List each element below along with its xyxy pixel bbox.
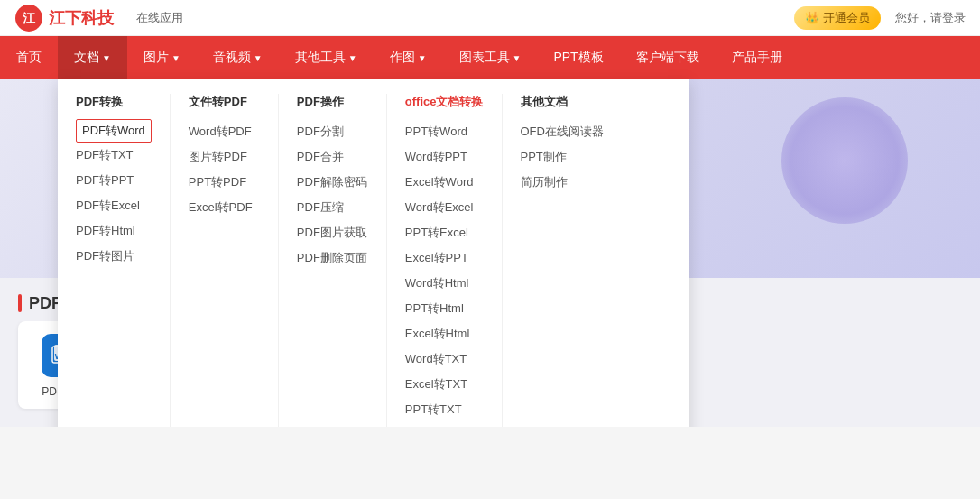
online-apps-label: 在线应用 [136,10,183,26]
dropdown-item-pdf-excel[interactable]: PDF转Excel [76,193,152,218]
dropdown-col1-title: PDF转换 [76,94,152,110]
dropdown-item-word-html[interactable]: Word转Html [405,271,484,296]
dropdown-col4-title: office文档转换 [405,94,484,110]
dropdown-item-word-ppt[interactable]: Word转PPT [405,144,484,170]
nav-bar: 首页 文档 ▼ PDF转换 PDF转Word PDF转TXT PDF转PPT P… [0,36,980,79]
dropdown-col-pdf-convert: PDF转换 PDF转Word PDF转TXT PDF转PPT PDF转Excel… [58,94,171,427]
nav-item-manual[interactable]: 产品手册 [716,36,799,79]
nav-item-media[interactable]: 音视频 ▼ [197,36,279,79]
dropdown-item-ppt-html[interactable]: PPT转Html [405,296,484,321]
nav-item-draw[interactable]: 作图 ▼ [374,36,443,79]
dropdown-col5-title: 其他文档 [521,94,604,110]
dropdown-item-img-pdf[interactable]: 图片转PDF [189,144,260,170]
nav-item-documents[interactable]: 文档 ▼ PDF转换 PDF转Word PDF转TXT PDF转PPT PDF转… [58,36,127,79]
dropdown-item-pdf-html[interactable]: PDF转Html [76,218,152,244]
dropdown-item-excel-pdf[interactable]: Excel转PDF [189,195,260,220]
nav-download-label: 客户端下载 [636,50,699,66]
dropdown-item-pdf-word[interactable]: PDF转Word [76,119,152,143]
dropdown-item-ppt-pdf[interactable]: PPT转PDF [189,170,260,195]
logo[interactable]: 江 江下科技 [14,4,114,32]
dropdown-item-word-pdf[interactable]: Word转PDF [189,119,260,144]
dropdown-col-file-to-pdf: 文件转PDF Word转PDF 图片转PDF PPT转PDF Excel转PDF [171,94,279,427]
hero-decoration [781,97,908,224]
nav-draw-arrow: ▼ [418,53,427,63]
nav-draw-label: 作图 [390,50,415,66]
dropdown-item-pdf-unlock[interactable]: PDF解除密码 [297,170,368,195]
dropdown-item-pdf-split[interactable]: PDF分割 [297,119,368,144]
dropdown-item-word-img[interactable]: Word转图片 [405,422,484,427]
nav-images-arrow: ▼ [171,53,180,63]
nav-other-arrow: ▼ [348,53,357,63]
dropdown-item-pdf-txt[interactable]: PDF转TXT [76,143,152,168]
dropdown-col3-title: PDF操作 [297,94,368,110]
nav-home-label: 首页 [16,50,42,66]
dropdown-item-word-txt[interactable]: Word转TXT [405,347,484,372]
nav-item-chart[interactable]: 图表工具 ▼ [443,36,538,79]
nav-item-images[interactable]: 图片 ▼ [127,36,197,79]
dropdown-col-office: office文档转换 PPT转Word Word转PPT Excel转Word … [387,94,503,427]
dropdown-item-pdf-delete-page[interactable]: PDF删除页面 [297,245,368,271]
dropdown-item-excel-txt[interactable]: Excel转TXT [405,372,484,397]
dropdown-item-ppt-word[interactable]: PPT转Word [405,119,484,144]
dropdown-menu: PDF转换 PDF转Word PDF转TXT PDF转PPT PDF转Excel… [58,79,689,427]
top-bar-divider [125,9,125,27]
nav-item-other-tools[interactable]: 其他工具 ▼ [279,36,374,79]
nav-media-arrow: ▼ [254,53,263,63]
nav-chart-arrow: ▼ [513,53,522,63]
nav-item-download[interactable]: 客户端下载 [620,36,716,79]
crown-icon: 👑 [805,11,819,24]
nav-item-ppt[interactable]: PPT模板 [537,36,619,79]
dropdown-item-word-excel[interactable]: Word转Excel [405,195,484,220]
nav-item-home[interactable]: 首页 [0,36,58,79]
dropdown-item-excel-word[interactable]: Excel转Word [405,170,484,195]
svg-text:江: 江 [23,11,36,25]
top-bar-right: 👑 开通会员 您好，请登录 [794,6,966,30]
nav-chart-label: 图表工具 [459,50,510,66]
vip-button[interactable]: 👑 开通会员 [794,6,881,30]
dropdown-item-excel-ppt[interactable]: Excel转PPT [405,245,484,271]
logo-text: 江下科技 [49,7,114,29]
dropdown-item-excel-html[interactable]: Excel转Html [405,321,484,347]
dropdown-item-resume[interactable]: 简历制作 [521,170,604,195]
nav-other-label: 其他工具 [295,50,346,66]
nav-images-label: 图片 [143,50,169,66]
nav-media-label: 音视频 [213,50,251,66]
nav-ppt-label: PPT模板 [553,50,603,66]
nav-docs-arrow: ▼ [102,53,111,63]
dropdown-item-ppt-txt[interactable]: PPT转TXT [405,397,484,422]
dropdown-col2-title: 文件转PDF [189,94,260,110]
dropdown-item-ofd[interactable]: OFD在线阅读器 [521,119,604,144]
nav-manual-label: 产品手册 [732,50,782,66]
dropdown-item-pdf-merge[interactable]: PDF合并 [297,144,368,170]
dropdown-item-pdf-compress[interactable]: PDF压缩 [297,195,368,220]
login-button[interactable]: 您好，请登录 [895,10,966,26]
dropdown-col-pdf-ops: PDF操作 PDF分割 PDF合并 PDF解除密码 PDF压缩 PDF图片获取 … [279,94,387,427]
dropdown-item-pdf-image[interactable]: PDF转图片 [76,244,152,269]
section-title-indicator [18,294,22,312]
dropdown-item-pdf-extract-img[interactable]: PDF图片获取 [297,220,368,245]
dropdown-item-ppt-make[interactable]: PPT制作 [521,144,604,170]
top-bar: 江 江下科技 在线应用 👑 开通会员 您好，请登录 [0,0,980,36]
dropdown-col-other: 其他文档 OFD在线阅读器 PPT制作 简历制作 [503,94,622,427]
dropdown-item-ppt-excel[interactable]: PPT转Excel [405,220,484,245]
vip-label: 开通会员 [823,10,870,26]
nav-docs-label: 文档 [74,50,99,66]
dropdown-item-pdf-ppt[interactable]: PDF转PPT [76,168,152,193]
